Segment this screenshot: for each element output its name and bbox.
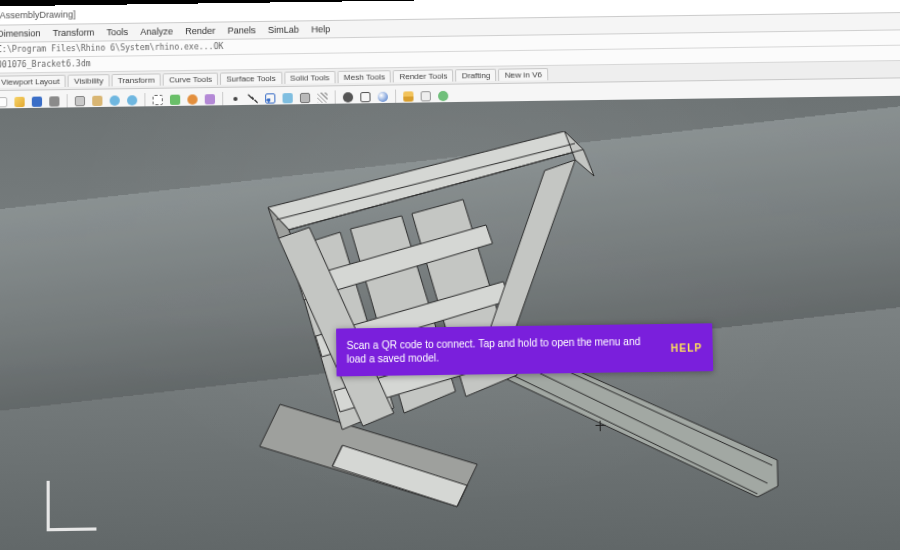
tab-visibility[interactable]: Visibility — [68, 74, 110, 87]
ar-overlay-message: Scan a QR code to connect. Tap and hold … — [346, 334, 660, 365]
tab-transform[interactable]: Transform — [112, 73, 161, 86]
menu-help[interactable]: Help — [309, 24, 332, 35]
app-window: [AssemblyDrawing] Dimension Transform To… — [0, 0, 900, 550]
menu-transform[interactable]: Transform — [51, 27, 97, 38]
toolbar-separator — [144, 93, 145, 107]
tab-render-tools[interactable]: Render Tools — [393, 69, 453, 82]
toolbar-separator — [395, 90, 396, 104]
tab-viewport-layout[interactable]: Viewport Layout — [0, 75, 66, 88]
menu-panels[interactable]: Panels — [226, 25, 258, 36]
menu-render[interactable]: Render — [183, 26, 217, 37]
toolbar-separator — [222, 92, 223, 106]
tab-drafting[interactable]: Drafting — [456, 69, 497, 82]
menu-tools[interactable]: Tools — [104, 27, 130, 38]
toolbar-separator — [335, 90, 336, 104]
menu-dimension[interactable]: Dimension — [0, 28, 43, 39]
app-title: [AssemblyDrawing] — [0, 9, 76, 20]
world-axis-icon — [36, 478, 109, 542]
ar-overlay-help-button[interactable]: HELP — [660, 341, 702, 355]
menu-analyze[interactable]: Analyze — [138, 26, 175, 37]
tab-new-in-v6[interactable]: New in V6 — [498, 68, 548, 81]
tab-solid-tools[interactable]: Solid Tools — [284, 71, 336, 84]
tab-mesh-tools[interactable]: Mesh Tools — [338, 70, 392, 83]
ar-overlay-banner: Scan a QR code to connect. Tap and hold … — [336, 323, 713, 376]
tab-curve-tools[interactable]: Curve Tools — [163, 73, 218, 86]
toolbar-separator — [67, 94, 68, 108]
menu-simlab[interactable]: SimLab — [266, 24, 301, 35]
tab-surface-tools[interactable]: Surface Tools — [220, 72, 282, 85]
perspective-viewport[interactable]: Scan a QR code to connect. Tap and hold … — [0, 96, 900, 550]
